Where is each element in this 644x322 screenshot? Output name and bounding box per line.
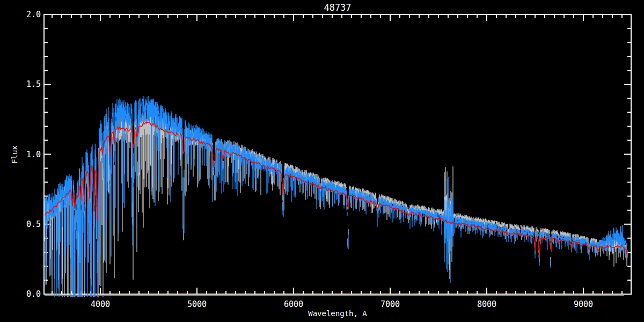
y-axis-label: Flux xyxy=(10,145,19,164)
x-axis-label: Wavelength, A xyxy=(308,309,367,318)
x-tick-label: 4000 xyxy=(91,299,110,309)
spectrum-chart: 400050006000700080009000 0.00.51.01.52.0… xyxy=(0,0,644,322)
x-tick-label: 6000 xyxy=(284,299,303,309)
x-tick-label: 8000 xyxy=(477,299,496,309)
y-tick-label: 1.0 xyxy=(26,150,41,159)
y-tick-labels: 0.00.51.01.52.0 xyxy=(26,10,41,299)
plot-area xyxy=(45,96,627,322)
y-tick-label: 0.5 xyxy=(26,219,41,229)
x-tick-label: 7000 xyxy=(380,299,400,309)
spectrum-plot-window: 400050006000700080009000 0.00.51.01.52.0… xyxy=(0,0,644,322)
y-tick-label: 1.5 xyxy=(26,79,41,89)
x-tick-labels: 400050006000700080009000 xyxy=(91,299,593,309)
y-tick-label: 0.0 xyxy=(26,289,41,299)
x-tick-label: 9000 xyxy=(574,299,593,309)
y-tick-label: 2.0 xyxy=(26,10,41,19)
x-tick-label: 5000 xyxy=(187,299,207,309)
chart-title: 48737 xyxy=(324,2,351,13)
